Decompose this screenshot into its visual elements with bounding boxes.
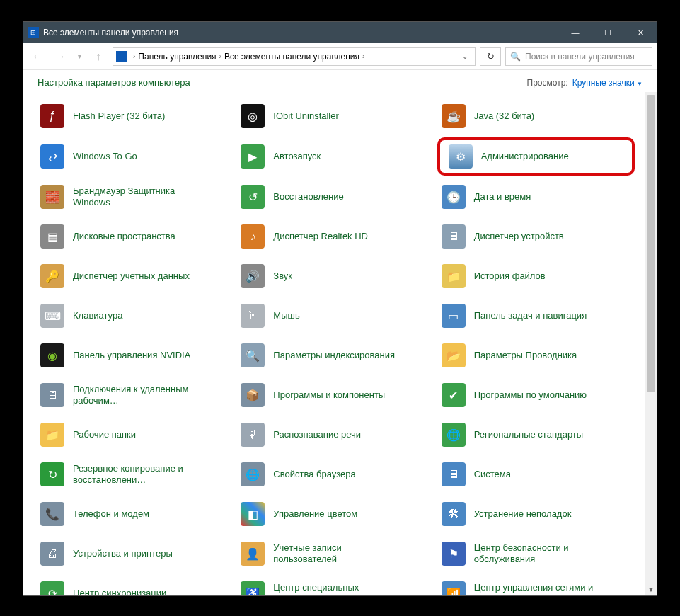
cp-item[interactable]: ▤Дисковые пространства xyxy=(40,222,241,251)
disk-icon: ▤ xyxy=(40,224,64,249)
color-icon: ◧ xyxy=(241,502,265,526)
cp-item-label: Подключения к удаленным рабочим… xyxy=(73,384,200,406)
cp-item-label: Центр синхронизации xyxy=(73,588,166,595)
cp-item[interactable]: 🌐Региональные стандарты xyxy=(442,421,642,449)
breadcrumb-seg1[interactable]: Панель управления xyxy=(138,52,216,62)
cp-item[interactable]: 🖥Диспетчер устройств xyxy=(442,222,642,251)
cp-item[interactable]: ◧Управление цветом xyxy=(241,500,441,528)
backup-icon: ↻ xyxy=(40,462,64,486)
cp-item[interactable]: ▭Панель задач и навигация xyxy=(442,302,642,330)
cp-item-label: Свойства браузера xyxy=(273,469,355,480)
cp-item-label: Звук xyxy=(273,270,292,282)
sound-icon: 🔊 xyxy=(241,264,265,288)
cp-item[interactable]: 📂Параметры Проводника xyxy=(442,341,642,370)
cp-item[interactable]: 🧱Брандмауэр Защитника Windows xyxy=(40,183,241,211)
taskbar-icon: ▭ xyxy=(442,304,466,328)
breadcrumb[interactable]: › Панель управления › Все элементы панел… xyxy=(113,47,476,66)
sync-icon: ⟳ xyxy=(40,581,64,595)
cp-item[interactable]: ◎IObit Uninstaller xyxy=(241,102,441,130)
cp-item-label: Телефон и модем xyxy=(73,508,149,520)
cp-item-label: Программы по умолчанию xyxy=(474,389,587,401)
refresh-button[interactable]: ↻ xyxy=(480,47,501,66)
cp-item[interactable]: 🔍Параметры индексирования xyxy=(241,341,441,370)
nav-forward-button[interactable]: → xyxy=(50,47,70,67)
cp-item[interactable]: 🌐Свойства браузера xyxy=(241,460,441,489)
scroll-down-button[interactable]: ▼ xyxy=(645,583,657,595)
cp-item[interactable]: 📶Центр управления сетями и общим доступо… xyxy=(442,579,642,595)
cp-item-label: Параметры Проводника xyxy=(474,350,577,361)
users-icon: 👤 xyxy=(241,542,265,566)
cp-item-label: Система xyxy=(474,469,511,480)
vertical-scrollbar[interactable]: ▲ ▼ xyxy=(645,92,657,595)
nav-up-button[interactable]: ↑ xyxy=(88,47,108,67)
breadcrumb-seg2[interactable]: Все элементы панели управления xyxy=(224,52,359,62)
cp-item[interactable]: ✔Программы по умолчанию xyxy=(442,381,642,409)
defaults-icon: ✔ xyxy=(442,383,466,407)
cp-item[interactable]: ♪Диспетчер Realtek HD xyxy=(241,222,441,251)
region-icon: 🌐 xyxy=(442,423,466,447)
cp-item[interactable]: ☕Java (32 бита) xyxy=(442,102,642,130)
minimize-button[interactable]: — xyxy=(559,22,592,43)
cp-item[interactable]: 📁Рабочие папки xyxy=(40,421,241,449)
cp-item[interactable]: ◉Панель управления NVIDIA xyxy=(40,341,241,370)
cp-item[interactable]: 🎙Распознавание речи xyxy=(241,421,441,449)
cp-item-label: Диспетчер Realtek HD xyxy=(273,231,368,242)
cp-item[interactable]: 🖥Система xyxy=(442,460,642,489)
firewall-icon: 🧱 xyxy=(40,185,64,209)
cp-item-label: Распознавание речи xyxy=(273,429,361,440)
cp-item[interactable]: 📦Программы и компоненты xyxy=(241,381,441,409)
nav-history-drop[interactable]: ▾ xyxy=(73,47,86,67)
folders-icon: 📁 xyxy=(40,423,64,447)
cp-item-label: Центр управления сетями и общим доступом xyxy=(474,582,601,595)
items-panel: ƒFlash Player (32 бита)◎IObit Uninstalle… xyxy=(23,92,645,595)
cp-item-label: Панель задач и навигация xyxy=(474,310,587,321)
cp-item[interactable]: ▶Автозапуск xyxy=(241,142,441,171)
search-box[interactable]: 🔍 Поиск в панели управления xyxy=(505,47,652,66)
cp-item[interactable]: 🔑Диспетчер учетных данных xyxy=(40,262,241,290)
device-icon: 🖥 xyxy=(442,224,466,249)
cp-item[interactable]: ⟳Центр синхронизации xyxy=(40,579,241,595)
cp-item[interactable]: ƒFlash Player (32 бита) xyxy=(40,102,241,130)
cp-item[interactable]: 📁История файлов xyxy=(442,262,642,290)
nav-back-button[interactable]: ← xyxy=(28,47,47,67)
cp-item[interactable]: 🖨Устройства и принтеры xyxy=(40,540,241,568)
java-icon: ☕ xyxy=(442,104,466,128)
rdp-icon: 🖥 xyxy=(40,383,64,407)
cp-item[interactable]: 📞Телефон и модем xyxy=(40,500,241,528)
admin-icon: ⚙ xyxy=(449,144,473,169)
cp-item-label: История файлов xyxy=(474,270,546,282)
cp-item[interactable]: 🖱Мышь xyxy=(241,302,441,330)
cp-item-label: Диспетчер устройств xyxy=(474,231,564,242)
cp-item[interactable]: ♿Центр специальных возможностей xyxy=(241,579,441,595)
cp-item[interactable]: 👤Учетные записи пользователей xyxy=(241,540,441,568)
netshare-icon: 📶 xyxy=(442,581,466,595)
chevron-right-icon: › xyxy=(130,52,138,60)
chevron-right-icon: › xyxy=(217,52,224,60)
cp-item-label: Программы и компоненты xyxy=(273,389,385,401)
date-icon: 🕒 xyxy=(442,185,466,209)
cp-item[interactable]: ⇄Windows To Go xyxy=(40,142,241,171)
search-placeholder: Поиск в панели управления xyxy=(525,52,635,62)
cp-item[interactable]: ↺Восстановление xyxy=(241,183,441,211)
scroll-thumb[interactable] xyxy=(647,95,655,392)
address-bar: ← → ▾ ↑ › Панель управления › Все элемен… xyxy=(23,43,657,70)
cp-item[interactable]: 🕒Дата и время xyxy=(442,183,642,211)
cp-item[interactable]: ⚙Администрирование xyxy=(437,137,635,176)
view-selector[interactable]: Крупные значки ▼ xyxy=(572,78,642,88)
cp-item[interactable]: 🖥Подключения к удаленным рабочим… xyxy=(40,381,241,409)
close-button[interactable]: ✕ xyxy=(624,22,657,43)
cp-item-label: Клавиатура xyxy=(73,310,122,321)
cp-item[interactable]: 🛠Устранение неполадок xyxy=(442,500,642,528)
iobit-icon: ◎ xyxy=(241,104,265,128)
breadcrumb-drop-button[interactable]: ⌄ xyxy=(458,52,472,60)
maximize-button[interactable]: ☐ xyxy=(592,22,624,43)
cp-item[interactable]: ⌨Клавиатура xyxy=(40,302,241,330)
cp-item[interactable]: 🔊Звук xyxy=(241,262,441,290)
win2go-icon: ⇄ xyxy=(40,144,64,169)
cp-item-label: Мышь xyxy=(273,310,299,321)
restore-icon: ↺ xyxy=(241,185,265,209)
cp-item[interactable]: ↻Резервное копирование и восстановлени… xyxy=(40,460,241,489)
cp-item[interactable]: ⚑Центр безопасности и обслуживания xyxy=(442,540,642,568)
nvidia-icon: ◉ xyxy=(40,343,64,367)
cp-item-label: Панель управления NVIDIA xyxy=(73,350,190,361)
